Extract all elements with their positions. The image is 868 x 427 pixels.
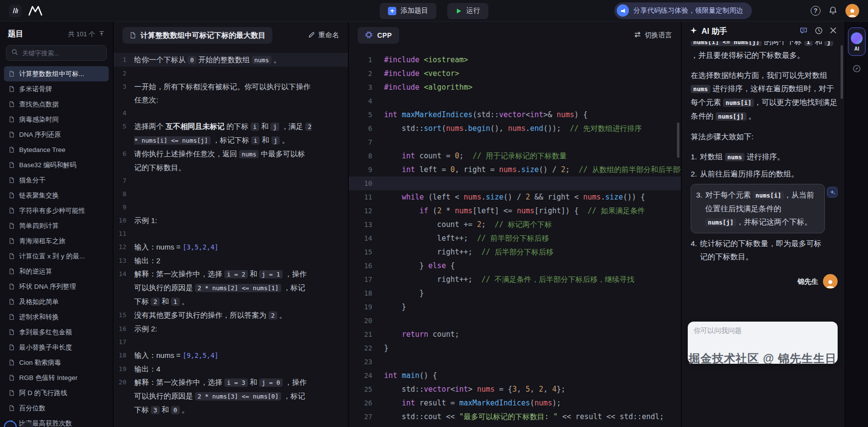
sidebar-item[interactable]: 青海湖租车之旅 <box>4 233 109 249</box>
floating-bubbles[interactable] <box>4 421 33 427</box>
sidebar-item[interactable]: 字符串有多少种可能性 <box>4 203 109 218</box>
sidebar-item[interactable]: 计算整数数组中可标... <box>4 66 109 81</box>
collapse-list-icon[interactable] <box>98 30 105 38</box>
share-banner[interactable]: 分享代码练习体验，领限量定制周边 <box>614 2 752 19</box>
add-problem-button[interactable]: + 添加题目 <box>380 3 436 19</box>
problem-title-tab[interactable]: 计算整数数组中可标记下标的最大数目 <box>122 27 272 44</box>
sidebar-item[interactable]: RGB 色值转 Integer <box>4 370 109 385</box>
code-line[interactable]: 21 return count; <box>349 327 681 341</box>
line-number: 16 <box>349 259 384 273</box>
bell-icon[interactable] <box>828 6 838 15</box>
code-line[interactable]: 10 <box>349 176 681 190</box>
sidebar-item[interactable]: 百分位数 <box>4 401 109 416</box>
sidebar-item[interactable]: 猫鱼分干 <box>4 173 109 188</box>
problem-line[interactable]: 18输入：nums = [9,2,5,4] <box>114 349 348 362</box>
code-line[interactable]: 7 <box>349 135 681 149</box>
code-line[interactable]: 8 int count = 0; // 用于记录标记的下标数量 <box>349 149 681 163</box>
code-line[interactable]: 12 if (2 * nums[left] <= nums[right]) { … <box>349 204 681 218</box>
code-line[interactable]: 27 std::cout << "最多可以标记的下标数目: " << resul… <box>349 410 681 424</box>
code-line[interactable]: 22} <box>349 341 681 355</box>
problem-line[interactable]: 4 <box>114 106 348 120</box>
editor-scrollbar[interactable] <box>677 123 679 158</box>
sidebar-item[interactable]: 最小替换子串长度 <box>4 340 109 355</box>
search-input[interactable] <box>22 50 101 57</box>
code-line[interactable]: 15 right++; // 后半部分下标后移 <box>349 245 681 259</box>
problem-line[interactable]: 16示例 2: <box>114 322 348 335</box>
sidebar-item[interactable]: 多米诺骨牌 <box>4 81 109 97</box>
code-editor[interactable]: 1#include <iostream>2#include <vector>3#… <box>349 49 681 427</box>
sidebar-item[interactable]: 简单四则计算 <box>4 218 109 233</box>
rename-button[interactable]: 重命名 <box>308 31 339 40</box>
brand-logo-icon[interactable] <box>27 5 44 16</box>
code-line[interactable]: 11 while (left < nums.size() / 2 && righ… <box>349 190 681 204</box>
code-line[interactable]: 2#include <vector> <box>349 67 681 80</box>
sidebar-item[interactable]: 阿 D 的飞行路线 <box>4 385 109 401</box>
code-line[interactable]: 14 left++; // 前半部分下标后移 <box>349 231 681 245</box>
problem-line[interactable]: 11 <box>114 227 348 240</box>
problem-line[interactable]: 14解释：第一次操作中，选择 i = 2 和 j = 1 ，操作可以执行的原因是… <box>114 267 348 308</box>
sidebar-item[interactable]: 环状 DNA 序列整理 <box>4 279 109 294</box>
sidebar-item[interactable]: 查找热点数据 <box>4 97 109 112</box>
ai-question-input[interactable] <box>694 327 832 359</box>
code-line[interactable]: 9 int left = 0, right = nums.size() / 2;… <box>349 163 681 176</box>
sidebar-item[interactable]: 计算位置 x 到 y 的最... <box>4 249 109 264</box>
ai-assistant-rail-item[interactable]: AI <box>848 27 866 56</box>
code-line[interactable]: 17 right++; // 不满足条件，后半部分下标后移，继续寻找 <box>349 273 681 286</box>
problem-line[interactable]: 9 <box>114 201 348 214</box>
sidebar-item[interactable]: Cion 勒索病毒 <box>4 355 109 370</box>
problem-line[interactable]: 3一开始，所有下标都没有被标记。你可以执行以下操作任意次: <box>114 80 348 106</box>
rail-tool-icon[interactable] <box>852 64 862 74</box>
code-line[interactable]: 5int maxMarkedIndices(std::vector<int>& … <box>349 108 681 122</box>
close-icon[interactable] <box>830 27 837 36</box>
sidebar-item[interactable]: Bytedance Tree <box>4 142 109 157</box>
code-line[interactable]: 19 } <box>349 300 681 314</box>
ai-scrollbar[interactable] <box>841 45 843 99</box>
text-run: 和 <box>248 378 259 386</box>
floating-bubble-icon[interactable] <box>22 422 33 427</box>
ai-sparkle-button[interactable] <box>827 187 838 198</box>
sidebar-item[interactable]: Base32 编码和解码 <box>4 157 109 173</box>
problem-line[interactable]: 5选择两个 互不相同且未标记 的下标 i 和 j ，满足 2 * nums[i]… <box>114 120 348 147</box>
code-line[interactable]: 24int main() { <box>349 369 681 382</box>
problem-line[interactable]: 2 <box>114 67 348 80</box>
code-line[interactable]: 25 std::vector<int> nums = {3, 5, 2, 4}; <box>349 382 681 396</box>
language-tab[interactable]: CPP <box>358 27 399 44</box>
code-line[interactable]: 3#include <algorithm> <box>349 80 681 94</box>
problem-line[interactable]: 13输出：2 <box>114 254 348 267</box>
problem-line[interactable]: 10示例 1: <box>114 214 348 227</box>
sidebar-item[interactable]: 拿到最多红包金额 <box>4 325 109 340</box>
app-icon[interactable] <box>9 4 22 17</box>
problem-line[interactable]: 17 <box>114 335 348 349</box>
share-conversation-icon[interactable] <box>799 26 808 37</box>
problem-editor[interactable]: 1给你一个下标从 0 开始的整数数组 nums 。23一开始，所有下标都没有被标… <box>114 49 348 427</box>
run-button[interactable]: 运行 <box>447 3 488 19</box>
code-line[interactable]: 6 std::sort(nums.begin(), nums.end()); /… <box>349 122 681 135</box>
code-line[interactable]: 1#include <iostream> <box>349 53 681 67</box>
problem-line[interactable]: 1给你一个下标从 0 开始的整数数组 nums 。 <box>114 53 348 67</box>
problem-line[interactable]: 19输出：4 <box>114 362 348 376</box>
code-line[interactable]: 26 int result = maxMarkedIndices(nums); <box>349 396 681 410</box>
help-icon[interactable]: ? <box>811 6 820 16</box>
code-line[interactable]: 16 } else { <box>349 259 681 273</box>
floating-bubble-icon[interactable] <box>4 421 17 427</box>
history-icon[interactable] <box>815 26 823 37</box>
code-line[interactable]: 20 <box>349 314 681 327</box>
sidebar-item[interactable]: 链表聚集交换 <box>4 188 109 203</box>
code-line[interactable]: 13 count += 2; // 标记两个下标 <box>349 218 681 231</box>
sidebar-item[interactable]: DNA 序列还原 <box>4 127 109 142</box>
problem-line[interactable]: 6请你执行上述操作任意次，返回 nums 中最多可以标记的下标数目。 <box>114 147 348 174</box>
problem-line[interactable]: 12输入：nums = [3,5,2,4] <box>114 240 348 254</box>
code-line[interactable]: 4 <box>349 94 681 108</box>
problem-line[interactable]: 20解释：第一次操作中，选择 i = 3 和 j = 0 ，操作可以执行的原因是… <box>114 376 348 417</box>
sidebar-item[interactable]: 进制求和转换 <box>4 309 109 325</box>
code-line[interactable]: 23 <box>349 355 681 369</box>
problem-line[interactable]: 7 <box>114 174 348 187</box>
switch-language-button[interactable]: 切换语言 <box>634 31 672 40</box>
sidebar-item[interactable]: 和的逆运算 <box>4 264 109 279</box>
sidebar-item[interactable]: 及格如此简单 <box>4 294 109 309</box>
user-avatar[interactable] <box>845 4 859 18</box>
problem-line[interactable]: 8 <box>114 187 348 201</box>
sidebar-item[interactable]: 病毒感染时间 <box>4 112 109 127</box>
code-line[interactable]: 18 } <box>349 286 681 300</box>
problem-line[interactable]: 15没有其他更多可执行的操作，所以答案为 2 。 <box>114 308 348 322</box>
